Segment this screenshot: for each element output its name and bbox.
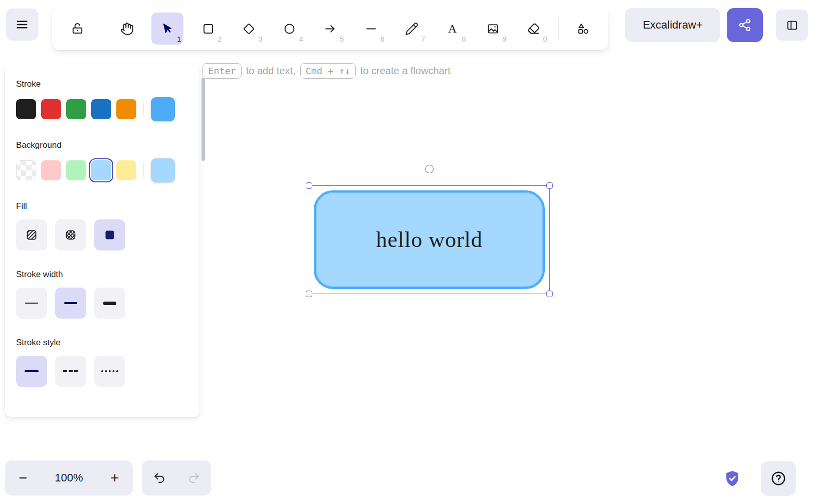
background-swatch-4[interactable] <box>116 160 136 180</box>
dashed-stroke-icon <box>63 370 78 372</box>
hint-text: to add text, <box>246 65 296 77</box>
tool-ellipse[interactable]: 4 <box>274 13 306 45</box>
rotation-handle[interactable] <box>425 165 434 173</box>
extra-bold-line-icon <box>103 302 116 305</box>
line-icon <box>364 22 378 36</box>
tool-rectangle[interactable]: 2 <box>192 13 225 45</box>
stroke-color-swatches <box>16 99 136 119</box>
tool-image[interactable]: 9 <box>477 13 509 45</box>
stroke-style-dashed-button[interactable] <box>55 356 86 387</box>
tool-selection[interactable]: 1 <box>151 13 183 45</box>
undo-redo-control <box>142 460 211 495</box>
excalidraw-app: 1 2 3 4 5 6 7 A 8 <box>0 0 813 504</box>
arrow-icon <box>323 22 337 36</box>
eraser-icon <box>527 22 540 36</box>
zoom-level[interactable]: 100% <box>55 471 83 484</box>
crosshatch-icon <box>64 228 78 242</box>
undo-icon <box>153 471 166 484</box>
fill-solid-button[interactable] <box>94 219 125 250</box>
thin-line-icon <box>25 303 38 304</box>
resize-handle-top-left[interactable] <box>306 182 312 189</box>
background-swatch-1[interactable] <box>41 160 61 180</box>
selection-box <box>309 185 550 294</box>
tool-line[interactable]: 6 <box>355 13 387 45</box>
resize-handle-bottom-right[interactable] <box>546 291 553 297</box>
tool-more-shapes[interactable] <box>567 13 599 45</box>
stroke-swatch-0[interactable] <box>16 99 36 119</box>
stroke-style-options <box>16 356 188 387</box>
fill-crosshatch-button[interactable] <box>55 219 86 250</box>
solid-fill-icon <box>103 228 117 242</box>
stroke-current-color[interactable] <box>151 97 175 121</box>
background-swatch-3[interactable] <box>91 160 111 180</box>
lock-open-icon <box>71 22 84 36</box>
enter-key-hint: Enter <box>202 63 242 79</box>
shield-check-icon <box>725 470 740 487</box>
text-icon: A <box>446 22 459 36</box>
background-color-row <box>16 158 188 182</box>
stroke-width-bold-button[interactable] <box>55 288 86 319</box>
library-button[interactable] <box>776 10 808 41</box>
shapes-icon <box>576 22 590 36</box>
tool-hand[interactable] <box>111 13 143 45</box>
main-menu-button[interactable] <box>6 9 38 41</box>
fill-hachure-button[interactable] <box>16 219 47 250</box>
tool-lock[interactable] <box>61 13 93 45</box>
tool-draw[interactable]: 7 <box>395 13 428 45</box>
redo-icon <box>187 471 200 484</box>
image-icon <box>486 22 500 36</box>
swatch-divider <box>143 163 144 177</box>
stroke-swatch-1[interactable] <box>41 99 61 119</box>
background-current-color[interactable] <box>151 158 175 182</box>
ellipse-icon <box>283 22 296 36</box>
excalidraw-plus-button[interactable]: Excalidraw+ <box>625 8 720 42</box>
tool-text[interactable]: A 8 <box>436 13 468 45</box>
style-panel: Stroke Background Fill Stroke width <box>5 65 199 417</box>
stroke-style-section-label: Stroke style <box>16 338 188 348</box>
stroke-width-extrabold-button[interactable] <box>94 288 125 319</box>
zoom-in-button[interactable]: + <box>102 463 128 493</box>
hint-bar: Enter to add text, Cmd + ↑↓ to create a … <box>202 62 451 79</box>
help-button[interactable] <box>761 461 796 496</box>
question-icon <box>770 470 787 487</box>
tool-diamond[interactable]: 3 <box>233 13 265 45</box>
stroke-section-label: Stroke <box>16 79 188 89</box>
resize-handle-top-right[interactable] <box>546 182 553 189</box>
undo-button[interactable] <box>145 463 174 493</box>
zoom-out-button[interactable]: − <box>10 463 36 493</box>
fill-section-label: Fill <box>16 201 188 211</box>
cmd-arrows-key-hint: Cmd + ↑↓ <box>300 63 356 79</box>
toolbar-divider <box>102 17 102 40</box>
panel-scrollbar[interactable] <box>201 78 205 161</box>
encryption-shield-badge[interactable] <box>725 470 740 487</box>
resize-handle-bottom-left[interactable] <box>306 291 312 297</box>
rectangle-icon <box>201 22 215 36</box>
selection-cursor-icon <box>161 22 174 36</box>
fill-options <box>16 219 188 250</box>
tool-arrow[interactable]: 5 <box>314 13 346 45</box>
background-swatch-2[interactable] <box>66 160 86 180</box>
stroke-color-row <box>16 97 188 121</box>
stroke-style-solid-button[interactable] <box>16 356 47 387</box>
stroke-width-thin-button[interactable] <box>16 288 47 319</box>
stroke-swatch-2[interactable] <box>66 99 86 119</box>
dotted-stroke-icon <box>101 370 118 372</box>
svg-text:A: A <box>448 22 457 35</box>
bold-line-icon <box>64 302 77 305</box>
tool-eraser[interactable]: 0 <box>518 13 550 45</box>
hamburger-icon <box>15 17 30 32</box>
background-color-swatches <box>16 160 136 180</box>
stroke-style-dotted-button[interactable] <box>94 356 125 387</box>
toolbar-divider <box>558 17 559 40</box>
redo-button[interactable] <box>179 463 209 493</box>
stroke-swatch-4[interactable] <box>116 99 136 119</box>
pencil-icon <box>405 22 419 36</box>
background-swatch-0[interactable] <box>16 160 36 180</box>
share-button[interactable] <box>727 8 763 42</box>
stroke-width-options <box>16 288 188 319</box>
library-icon <box>785 19 799 32</box>
swatch-divider <box>143 102 144 116</box>
zoom-control: − 100% + <box>5 460 133 495</box>
hachure-icon <box>25 228 39 242</box>
stroke-swatch-3[interactable] <box>91 99 111 119</box>
